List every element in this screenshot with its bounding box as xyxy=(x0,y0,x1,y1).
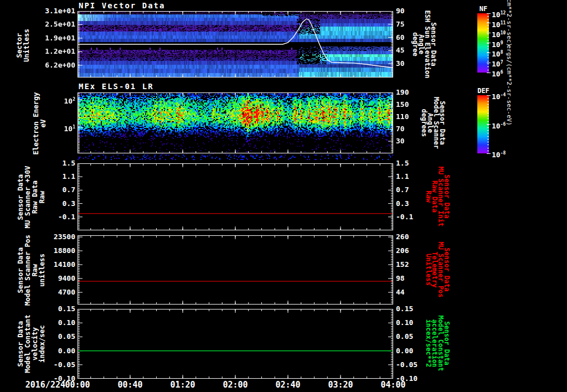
y-tick-label: 1.9e+01 xyxy=(22,34,75,42)
colorbar-minor-tick xyxy=(487,104,489,105)
right-y-tick-label: 0.05 xyxy=(396,333,429,341)
colorbar-tick-label: 1011 xyxy=(492,19,517,27)
right-y-tick-label: 30 xyxy=(396,137,429,145)
colorbar-minor-tick xyxy=(487,125,489,125)
colorbar-minor-tick xyxy=(487,142,489,142)
colorbar-minor-tick xyxy=(487,95,489,96)
x-tick-label: 02:40 xyxy=(269,380,307,390)
mu-scanner-30v-plot xyxy=(78,163,393,230)
els-axis-box xyxy=(78,92,393,153)
colorbar-minor-tick xyxy=(487,46,489,47)
x-tick-label: 00:00 xyxy=(58,380,97,390)
colorbar-minor-tick xyxy=(487,37,489,38)
right-y-tick-label: 0.7 xyxy=(396,186,429,194)
colorbar-tick-label: 1012 xyxy=(492,9,517,17)
y-tick-label: 14100 xyxy=(22,261,75,269)
y-tick-label: 0.05 xyxy=(22,333,75,341)
y-tick-label: 0.00 xyxy=(22,347,75,355)
y-tick-label: 0.10 xyxy=(22,319,75,327)
right-y-tick-label: 152 xyxy=(396,261,429,269)
y-tick-label: -0.1 xyxy=(22,213,75,221)
colorbar-tick xyxy=(487,23,491,23)
colorbar-minor-tick xyxy=(487,98,489,99)
right-y-tick-label: 90 xyxy=(396,7,429,15)
y-tick-label: 102 xyxy=(22,96,75,104)
y-tick-label: 101 xyxy=(22,123,75,131)
colorbar-minor-tick xyxy=(487,40,489,40)
panel-title-npi: NPI Vector Data xyxy=(79,1,165,10)
colorbar-minor-tick xyxy=(487,139,489,140)
y-tick-label: 6.2e+00 xyxy=(22,61,75,69)
right-y-tick-label: 45 xyxy=(396,47,429,54)
x-tick-label: 01:20 xyxy=(163,380,202,390)
right-y-tick-label: 98 xyxy=(396,275,429,282)
def-colorbar-title: DEF xyxy=(475,87,492,95)
y-tick-label: 0.15 xyxy=(22,305,75,313)
right-y-tick-label: 1.5 xyxy=(396,159,429,167)
y-tick-label: -0.05 xyxy=(22,361,75,369)
colorbar-minor-tick xyxy=(487,55,489,55)
colorbar-minor-tick xyxy=(487,101,489,102)
colorbar-tick-label: 10-8 xyxy=(492,149,517,157)
colorbar-tick-label: 109 xyxy=(492,39,517,47)
x-tick-label: 03:20 xyxy=(321,380,360,390)
colorbar-minor-tick xyxy=(487,110,489,110)
colorbar-minor-tick xyxy=(487,73,489,73)
colorbar-tick-label: 107 xyxy=(492,59,517,66)
colorbar-tick-label: 10-4 xyxy=(492,91,517,99)
right-y-tick-label: 110 xyxy=(396,113,429,121)
y-tick-label: 3.1e+01 xyxy=(22,7,75,15)
y-tick-label: 2.5e+01 xyxy=(22,20,75,28)
npi-axis-box xyxy=(78,11,393,78)
colorbar-tick xyxy=(487,33,491,33)
y-tick-label: 1.2e+01 xyxy=(22,48,75,55)
colorbar-minor-tick xyxy=(487,118,489,119)
colorbar-minor-tick xyxy=(487,34,489,34)
right-y-tick-label: 0.3 xyxy=(396,200,429,208)
colorbar-minor-tick xyxy=(487,145,489,145)
panel-title-els: MEx ELS-01 LR xyxy=(79,82,154,91)
colorbar-minor-tick xyxy=(487,121,489,122)
colorbar-minor-tick xyxy=(487,49,489,49)
colorbar-minor-tick xyxy=(487,25,489,25)
y-tick-label: 1.1 xyxy=(22,173,75,180)
colorbar-minor-tick xyxy=(487,52,489,53)
right-y-tick-label: -0.1 xyxy=(396,213,429,221)
colorbar-minor-tick xyxy=(487,136,489,137)
colorbar-minor-tick xyxy=(487,64,489,64)
colorbar-minor-tick xyxy=(487,22,489,23)
colorbar-minor-tick xyxy=(487,58,489,58)
y-tick-label: 0.7 xyxy=(22,186,75,194)
right-y-tick-label: 75 xyxy=(396,20,429,28)
colorbar-minor-tick xyxy=(487,130,489,131)
right-y-tick-label: 60 xyxy=(396,34,429,42)
colorbar-tick-label: 1010 xyxy=(492,29,517,37)
colorbar-minor-tick xyxy=(487,28,489,29)
plot-figure: NPI Vector Data MEx ELS-01 LR Sector Uni… xyxy=(0,0,567,392)
right-y-tick-label: 0.00 xyxy=(396,347,429,355)
y-tick-label: 23500 xyxy=(22,233,75,241)
colorbar-minor-tick xyxy=(487,16,489,17)
colorbar-minor-tick xyxy=(487,153,489,154)
colorbar-minor-tick xyxy=(487,13,489,14)
x-tick-label: 02:00 xyxy=(216,380,255,390)
y-tick-label: 18800 xyxy=(22,247,75,255)
colorbar-minor-tick xyxy=(487,31,489,32)
colorbar-minor-tick xyxy=(487,151,489,151)
model-scanner-pos-plot xyxy=(78,235,393,305)
colorbar-minor-tick xyxy=(487,113,489,114)
colorbar-minor-tick xyxy=(487,70,489,70)
right-y-tick-label: 260 xyxy=(396,233,429,241)
right-y-tick-label: -0.05 xyxy=(396,361,429,369)
right-y-tick-label: 30 xyxy=(396,60,429,68)
colorbar-minor-tick xyxy=(487,19,489,20)
right-y-tick-label: 0.10 xyxy=(396,319,429,327)
right-y-tick-label: 150 xyxy=(396,101,429,109)
right-y-tick-label: 0.15 xyxy=(396,305,429,313)
colorbar-minor-tick xyxy=(487,61,489,61)
right-y-tick-label: 206 xyxy=(396,247,429,255)
model-constant-velocity-plot xyxy=(78,309,393,379)
colorbar-minor-tick xyxy=(487,43,489,44)
y-tick-label: 9400 xyxy=(22,275,75,282)
colorbar-tick xyxy=(487,63,491,63)
